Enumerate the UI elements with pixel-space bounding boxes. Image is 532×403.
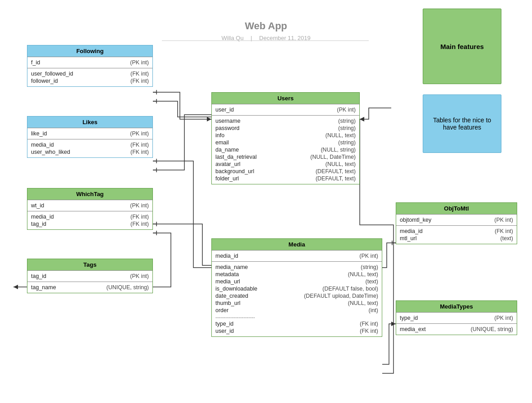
svg-marker-16: [13, 285, 18, 289]
table-likes: Likes like_id(PK int) media_id(FK int) u…: [27, 116, 153, 158]
table-tags: Tags tag_id(PK int) tag_name(UNIQUE, str…: [27, 259, 153, 293]
table-media: Media media_id(PK int) media_name(string…: [211, 238, 382, 337]
table-objtomtl: ObjToMtl objtomtl_key(PK int) media_id(F…: [396, 202, 517, 244]
legend-main-features: Main features: [423, 9, 501, 84]
table-following-header: Following: [27, 45, 152, 57]
table-tags-header: Tags: [27, 259, 152, 270]
table-media-header: Media: [212, 239, 382, 250]
table-mediatypes: MediaTypes type_id(PK int) media_ext(UNI…: [396, 300, 517, 335]
table-following: Following f_id(PK int) user_followed_id(…: [27, 45, 153, 87]
legend-nice-features: Tables for the nice to have features: [423, 94, 501, 153]
table-likes-header: Likes: [27, 116, 152, 128]
table-whichtag: WhichTag wt_id(PK int) media_id(FK int) …: [27, 188, 153, 230]
table-mediatypes-header: MediaTypes: [396, 301, 517, 312]
table-users: Users user_id(PK int) username(string) p…: [211, 92, 360, 184]
svg-marker-18: [360, 117, 364, 121]
table-users-header: Users: [212, 93, 359, 104]
table-objtomtl-header: ObjToMtl: [396, 203, 517, 214]
svg-marker-0: [207, 117, 211, 121]
svg-marker-17: [391, 322, 396, 326]
svg-marker-5: [360, 117, 364, 121]
table-whichtag-header: WhichTag: [27, 188, 152, 200]
